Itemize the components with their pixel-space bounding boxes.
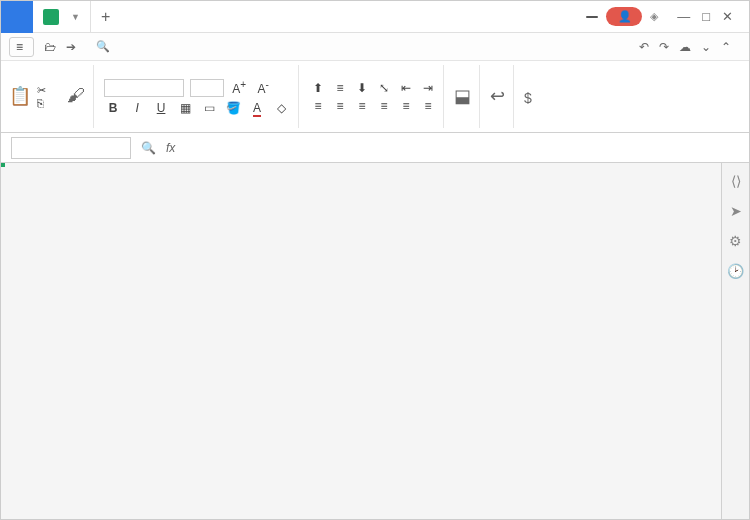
font-color-button[interactable]: A <box>248 101 266 115</box>
app-logo <box>1 1 33 33</box>
chevron-down-icon[interactable]: ⌄ <box>701 40 711 54</box>
align-top-button[interactable]: ⬆ <box>309 81 327 95</box>
cell-style-button[interactable]: ▭ <box>200 101 218 115</box>
wrap-icon: ↩ <box>490 85 505 107</box>
border-button[interactable]: ▦ <box>176 101 194 115</box>
expand-panel-icon[interactable]: ⟨⟩ <box>731 173 741 189</box>
paste-button[interactable]: 📋 <box>9 85 31 109</box>
scissors-icon: ✂ <box>37 84 46 97</box>
underline-button[interactable]: U <box>152 101 170 115</box>
minimize-button[interactable]: — <box>677 9 690 24</box>
ribbon: 📋 ✂ ⎘ 🖌 A+ A- B I U ▦ ▭ 🪣 <box>1 61 749 133</box>
bold-button[interactable]: B <box>104 101 122 115</box>
save-icon[interactable]: ➔ <box>66 40 76 54</box>
italic-button[interactable]: I <box>128 101 146 115</box>
zoom-icon[interactable]: 🔍 <box>141 141 156 155</box>
diamond-icon: ◈ <box>650 10 658 23</box>
search-box[interactable]: 🔍 <box>96 40 114 53</box>
undo-icon[interactable]: ↶ <box>639 40 649 54</box>
name-box[interactable] <box>11 137 131 159</box>
search-icon: 🔍 <box>96 40 110 53</box>
merge-icon: ⬓ <box>454 85 471 107</box>
increase-font-button[interactable]: A+ <box>230 79 248 96</box>
new-tab-button[interactable]: + <box>91 8 120 26</box>
clear-format-button[interactable]: ◇ <box>272 101 290 115</box>
copy-icon: ⎘ <box>37 97 44 109</box>
wrap-text-button[interactable]: ↩ <box>490 85 505 109</box>
titlebar: ▼ + 👤 ◈ — □ ✕ <box>1 1 749 33</box>
sign-in-button[interactable]: 👤 <box>606 7 642 26</box>
history-icon[interactable]: 🕑 <box>727 263 744 279</box>
copy-button[interactable]: ⎘ <box>37 97 61 109</box>
orientation-button[interactable]: ⤡ <box>375 81 393 95</box>
side-panel: ⟨⟩ ➤ ⚙ 🕑 <box>721 163 749 520</box>
formula-bar: 🔍 fx <box>1 133 749 163</box>
chevron-down-icon[interactable]: ▼ <box>71 12 80 22</box>
redo-icon[interactable]: ↷ <box>659 40 669 54</box>
align-right-button[interactable]: ≡ <box>353 99 371 113</box>
align-middle-button[interactable]: ≡ <box>331 81 349 95</box>
distribute-v-button[interactable]: ≡ <box>419 99 437 113</box>
brush-icon: 🖌 <box>67 85 85 106</box>
font-size-select[interactable] <box>190 79 224 97</box>
format-painter-button[interactable]: 🖌 <box>67 85 85 108</box>
notification-badge[interactable] <box>586 16 598 18</box>
paste-icon: 📋 <box>9 85 31 107</box>
merge-center-button[interactable]: ⬓ <box>454 85 471 109</box>
cut-button[interactable]: ✂ <box>37 84 61 97</box>
cloud-icon[interactable]: ☁ <box>679 40 691 54</box>
font-select[interactable] <box>104 79 184 97</box>
close-button[interactable]: ✕ <box>722 9 733 24</box>
user-icon: 👤 <box>618 10 632 23</box>
currency-icon: $ <box>524 90 532 106</box>
fx-icon[interactable]: fx <box>166 141 175 155</box>
settings-icon[interactable]: ⚙ <box>729 233 742 249</box>
fill-color-button[interactable]: 🪣 <box>224 101 242 115</box>
open-folder-icon[interactable]: 🗁 <box>44 40 56 54</box>
menubar: ≡ 🗁 ➔ 🔍 ↶ ↷ ☁ ⌄ ⌃ <box>1 33 749 61</box>
hamburger-icon: ≡ <box>16 40 23 54</box>
distribute-h-button[interactable]: ≡ <box>397 99 415 113</box>
decrease-indent-button[interactable]: ⇤ <box>397 81 415 95</box>
justify-button[interactable]: ≡ <box>375 99 393 113</box>
increase-indent-button[interactable]: ⇥ <box>419 81 437 95</box>
alignment-group: ⬆ ≡ ⬇ ⤡ ⇤ ⇥ ≡ ≡ ≡ ≡ ≡ ≡ <box>309 81 435 113</box>
menu-button[interactable]: ≡ <box>9 37 34 57</box>
align-left-button[interactable]: ≡ <box>309 99 327 113</box>
align-center-button[interactable]: ≡ <box>331 99 349 113</box>
go-premium-button[interactable]: ◈ <box>650 10 661 23</box>
cursor-icon[interactable]: ➤ <box>730 203 742 219</box>
maximize-button[interactable]: □ <box>702 9 710 24</box>
collapse-ribbon-icon[interactable]: ⌃ <box>721 40 731 54</box>
decrease-font-button[interactable]: A- <box>254 79 272 96</box>
spreadsheet-grid[interactable] <box>1 163 721 520</box>
formula-input[interactable] <box>185 138 739 158</box>
general-format-button[interactable]: $ <box>524 88 532 106</box>
align-bottom-button[interactable]: ⬇ <box>353 81 371 95</box>
spreadsheet-icon <box>43 9 59 25</box>
file-tab[interactable]: ▼ <box>33 1 91 33</box>
